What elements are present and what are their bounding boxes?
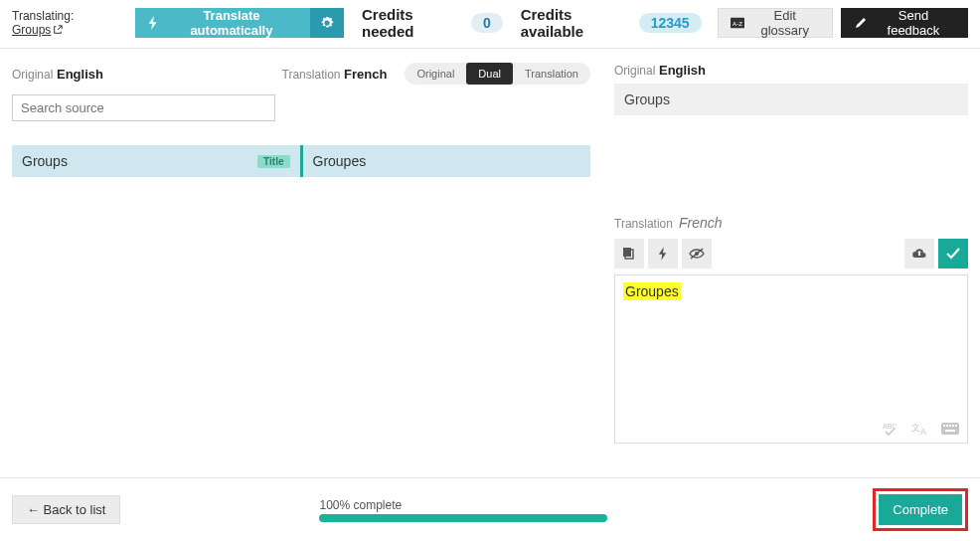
credits-needed-label: Credits needed (362, 6, 463, 40)
svg-rect-11 (946, 425, 948, 427)
progress: 100% complete (319, 498, 607, 522)
credits-available: Credits available 12345 (521, 6, 702, 40)
cloud-upload-button[interactable] (904, 239, 934, 269)
original-header-lang: English (57, 67, 103, 82)
hide-button[interactable] (682, 239, 712, 269)
bottom-bar: ← Back to list 100% complete Complete (0, 477, 980, 541)
translation-section: Translation French (614, 215, 968, 444)
translate-auto-label: Translate automatically (165, 8, 298, 38)
svg-rect-3 (623, 248, 631, 257)
keyboard-icon[interactable] (939, 419, 961, 439)
progress-label: 100% complete (319, 498, 607, 512)
svg-rect-15 (945, 430, 955, 432)
view-toggle: Original Dual Translation (405, 63, 590, 85)
toggle-translation[interactable]: Translation (513, 63, 590, 85)
editor-highlighted-text: Groupes (623, 282, 681, 300)
top-bar: Translating: Groups Translate automatica… (0, 0, 980, 49)
pencil-icon (855, 17, 867, 29)
translation-row[interactable]: Groups Title Groupes (12, 145, 590, 177)
detail-original-text: Groups (614, 84, 968, 115)
progress-bar (319, 514, 607, 522)
target-text: Groupes (313, 153, 367, 169)
svg-rect-14 (955, 425, 957, 427)
svg-text:文: 文 (911, 423, 920, 433)
svg-rect-9 (941, 423, 959, 435)
translating-label-text: Translating: (12, 9, 74, 23)
svg-text:A-Z: A-Z (733, 20, 742, 27)
toggle-dual[interactable]: Dual (466, 63, 513, 85)
svg-rect-13 (952, 425, 954, 427)
confirm-translation-button[interactable] (938, 239, 968, 269)
credits-available-label: Credits available (521, 6, 631, 40)
svg-text:ABC: ABC (883, 423, 897, 430)
translation-header-lang: French (344, 67, 387, 82)
translate-settings-button[interactable] (310, 8, 344, 38)
bolt-icon (147, 16, 159, 30)
credits-needed-value: 0 (471, 13, 503, 33)
field-tag: Title (257, 155, 289, 168)
spellcheck-icon[interactable]: ABC (880, 419, 901, 439)
back-to-list-button[interactable]: ← Back to list (12, 495, 120, 524)
list-headers: Original English Translation French Orig… (12, 63, 590, 85)
detail-translation-lang: French (679, 215, 723, 231)
complete-button[interactable]: Complete (879, 494, 962, 525)
send-feedback-button[interactable]: Send feedback (841, 8, 968, 38)
svg-rect-12 (949, 425, 951, 427)
original-header-label: Original (12, 68, 53, 82)
translate-auto-group: Translate automatically (135, 8, 344, 38)
translate-icon[interactable]: 文A (909, 419, 931, 439)
translate-automatically-button[interactable]: Translate automatically (135, 8, 310, 38)
edit-glossary-button[interactable]: A-Z Edit glossary (718, 8, 833, 38)
send-feedback-label: Send feedback (873, 8, 954, 38)
target-cell: Groupes (300, 145, 591, 177)
detail-original-label: Original (614, 64, 655, 78)
editor-footer-tools: ABC 文A (880, 419, 961, 439)
editor-toolbar (614, 239, 968, 269)
svg-text:A: A (920, 427, 926, 437)
translating-label: Translating: Groups (12, 9, 123, 37)
detail-original-header: Original English (614, 63, 968, 78)
toggle-original[interactable]: Original (405, 63, 466, 85)
detail-original-lang: English (659, 63, 706, 78)
svg-rect-10 (943, 425, 945, 427)
search-input[interactable] (12, 94, 275, 121)
credits-available-value: 12345 (639, 13, 702, 33)
auto-translate-one-button[interactable] (648, 239, 678, 269)
translating-link[interactable]: Groups (12, 23, 63, 37)
translation-editor[interactable]: Groupes ABC 文A (614, 274, 968, 444)
main-area: Original English Translation French Orig… (0, 49, 980, 444)
complete-highlight: Complete (873, 488, 968, 531)
gear-icon (320, 16, 334, 30)
source-list-panel: Original English Translation French Orig… (12, 63, 590, 444)
credits-needed: Credits needed 0 (362, 6, 503, 40)
detail-panel: Original English Groups Translation Fren… (614, 63, 968, 444)
glossary-icon: A-Z (731, 17, 744, 29)
source-cell: Groups Title (12, 145, 300, 177)
translating-link-text: Groups (12, 23, 51, 37)
detail-translation-label: Translation (614, 217, 673, 231)
external-link-icon (53, 25, 63, 35)
edit-glossary-label: Edit glossary (750, 8, 820, 38)
source-text: Groups (22, 153, 68, 169)
copy-source-button[interactable] (614, 239, 644, 269)
detail-translation-header: Translation French (614, 215, 968, 231)
translation-header-label: Translation (282, 68, 341, 82)
